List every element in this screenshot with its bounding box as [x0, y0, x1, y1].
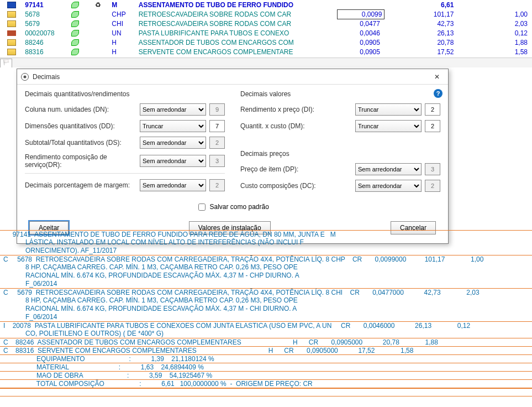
- total-cell: 1,00: [458, 9, 532, 19]
- leaf-icon: [71, 20, 79, 27]
- left-column: Decimais quantitativos/rendimentos Colun…: [25, 90, 225, 196]
- grid-row[interactable]: 88316HSERVENTE COM ENCARGOS COMPLEMENTAR…: [0, 47, 532, 56]
- recycle-icon: [87, 19, 109, 28]
- listing-line: I 20078 PASTA LUBRIFICANTE PARA TUBOS E …: [0, 321, 532, 330]
- grid-row[interactable]: 5679CHIRETROESCAVADEIRA SOBRE RODAS COM …: [0, 19, 532, 28]
- recycle-icon: [87, 9, 109, 19]
- price-cell: 42,73: [384, 19, 459, 28]
- tab-1[interactable]: 🏳️: [0, 59, 12, 67]
- code-cell: 88246: [23, 38, 64, 47]
- left-row-2-value[interactable]: [209, 137, 225, 149]
- price-cell: 20,78: [384, 38, 459, 47]
- svg-point-1: [24, 75, 27, 78]
- right2-row-1-label: Custo composições (DC):: [240, 182, 355, 190]
- code-cell: 5678: [23, 9, 64, 19]
- gear-icon: [20, 72, 29, 81]
- left-row-3-label: Rendimento composição de serviço(DR):: [25, 153, 140, 169]
- listing-line: EQUIPAMENTO : 1,39 21,1180124 %: [0, 354, 532, 363]
- right1-row-1-label: Quantit. x custo (DM):: [240, 122, 355, 130]
- left-row-3-combo[interactable]: Sem arredondarTruncar: [140, 155, 206, 167]
- recycle-icon: [87, 28, 109, 38]
- listing-line: ORNECIMENTO). AF_11/2017: [0, 247, 532, 255]
- grid-row[interactable]: 00020078UNPASTA LUBRIFICANTE PARA TUBOS …: [0, 28, 532, 38]
- listing-line: [0, 388, 532, 396]
- left-row-1-value[interactable]: [209, 120, 225, 132]
- leaf-icon: [71, 2, 79, 8]
- code-cell: 5679: [23, 19, 64, 28]
- right2-row-0-combo[interactable]: Sem arredondarTruncar: [355, 163, 422, 175]
- left-row-2-label: Subtotal/Total quantitativos (DS):: [25, 139, 140, 147]
- unit-cell: M: [109, 0, 136, 9]
- grid-row[interactable]: 5678CHPRETROESCAVADEIRA SOBRE RODAS COM …: [0, 9, 532, 19]
- margin-combo[interactable]: Sem arredondar: [140, 179, 206, 191]
- listing-line: 8 HP, CAÇAMBA CARREG. CAP. MÍN. 1 M3, CA…: [0, 263, 532, 272]
- price-cell: 17,52: [384, 47, 459, 56]
- right2-row-1-combo[interactable]: Sem arredondarTruncar: [355, 180, 422, 192]
- help-icon[interactable]: ?: [434, 89, 443, 98]
- right-heading1: Decimais valores: [240, 90, 440, 98]
- total-cell: 1,58: [458, 47, 532, 56]
- save-default-label[interactable]: Salvar como padrão: [196, 203, 269, 211]
- desc-cell: ASSENTADOR DE TUBOS COM ENCARGOS COM: [136, 38, 338, 47]
- report-listing: 97141 ASSENTAMENTO DE TUBO DE FERRO FUND…: [0, 230, 532, 404]
- total-cell: [458, 0, 532, 9]
- composition-grid[interactable]: 97141♻MASSENTAMENTO DE TUBO DE FERRO FUN…: [0, 0, 532, 56]
- code-cell: 97141: [23, 0, 64, 9]
- desc-cell: RETROESCAVADEIRA SOBRE RODAS COM CAR: [136, 9, 338, 19]
- listing-line: C 5678 RETROESCAVADEIRA SOBRE RODAS COM …: [0, 255, 532, 263]
- right2-row-0-value[interactable]: [425, 163, 440, 175]
- margin-label: Decimais porcentagem de margem:: [25, 181, 140, 189]
- left-row-0-combo[interactable]: Sem arredondarTruncar: [140, 103, 206, 116]
- desc-cell: RETROESCAVADEIRA SOBRE RODAS COM CAR: [136, 19, 338, 28]
- price-cell: 6,61: [384, 0, 459, 9]
- close-button[interactable]: ✕: [429, 71, 445, 83]
- qty-cell[interactable]: 0,0905: [338, 47, 384, 56]
- left-heading: Decimais quantitativos/rendimentos: [25, 90, 225, 98]
- recycle-icon: [87, 38, 109, 47]
- desc-cell: PASTA LUBRIFICANTE PARA TUBOS E CONEXO: [136, 28, 338, 38]
- listing-line: C 88246 ASSENTADOR DE TUBOS COM ENCARGOS…: [0, 338, 532, 346]
- left-row-0-value[interactable]: [209, 103, 225, 116]
- unit-cell: UN: [109, 28, 136, 38]
- right-column: Decimais valores Rendimento x preço (DI)…: [240, 90, 440, 196]
- qty-cell[interactable]: 0,0046: [338, 28, 384, 38]
- listing-line: 97141 ASSENTAMENTO DE TUBO DE FERRO FUND…: [0, 230, 532, 238]
- total-cell: 1,88: [458, 38, 532, 47]
- left-row-1-label: Dimensões quantitativos (DD):: [25, 122, 140, 130]
- code-cell: 88316: [23, 47, 64, 56]
- grid-row[interactable]: 97141♻MASSENTAMENTO DE TUBO DE FERRO FUN…: [0, 0, 532, 9]
- price-cell: 26,13: [384, 28, 459, 38]
- right-heading2: Decimais preços: [240, 150, 440, 158]
- right1-row-1-value[interactable]: [425, 120, 440, 132]
- left-row-2-combo[interactable]: Sem arredondarTruncar: [140, 137, 206, 149]
- qty-cell[interactable]: 0,0099: [338, 9, 384, 19]
- tab-strip[interactable]: 🏳️: [0, 58, 532, 67]
- folder-icon: [7, 11, 16, 18]
- right1-row-0-value[interactable]: [425, 103, 440, 116]
- listing-line: TOTAL COMPOSIÇÃO : 6,61 100,0000000 % - …: [0, 379, 532, 388]
- decimais-dialog: Decimais ✕ ? Decimais quantitativos/rend…: [17, 69, 449, 244]
- recycle-icon: ♻: [87, 0, 109, 9]
- listing-line: 8 HP, CAÇAMBA CARREG. CAP. MÍN. 1 M3, CA…: [0, 296, 532, 305]
- listing-line: [0, 396, 532, 404]
- unit-cell: CHP: [109, 9, 136, 19]
- listing-line: RACIONAL MÍN. 6.674 KG, PROFUNDIDADE ESC…: [0, 272, 532, 280]
- qty-cell[interactable]: 0,0477: [338, 19, 384, 28]
- qty-cell[interactable]: 0,0905: [338, 38, 384, 47]
- unit-cell: H: [109, 38, 136, 47]
- left-row-0-label: Coluna num. unidades (DN):: [25, 106, 140, 113]
- blue-icon: [7, 2, 16, 8]
- left-row-1-combo[interactable]: Sem arredondarTruncar: [140, 120, 206, 132]
- left-row-3-value[interactable]: [209, 155, 225, 167]
- qty-cell[interactable]: [338, 0, 384, 9]
- leaf-icon: [71, 11, 79, 18]
- right1-row-1-combo[interactable]: Sem arredondarTruncar: [355, 120, 422, 132]
- listing-line: RACIONAL MÍN. 6.674 KG, PROFUNDIDADE ESC…: [0, 305, 532, 313]
- save-default-checkbox[interactable]: [198, 204, 206, 211]
- right2-row-1-value[interactable]: [425, 180, 440, 192]
- grid-row[interactable]: 88246HASSENTADOR DE TUBOS COM ENCARGOS C…: [0, 38, 532, 47]
- margin-value[interactable]: [209, 179, 225, 191]
- right1-row-0-combo[interactable]: Sem arredondarTruncar: [355, 103, 422, 116]
- listing-line: C 5679 RETROESCAVADEIRA SOBRE RODAS COM …: [0, 288, 532, 296]
- right2-row-0-label: Preço de item (DP):: [240, 165, 355, 173]
